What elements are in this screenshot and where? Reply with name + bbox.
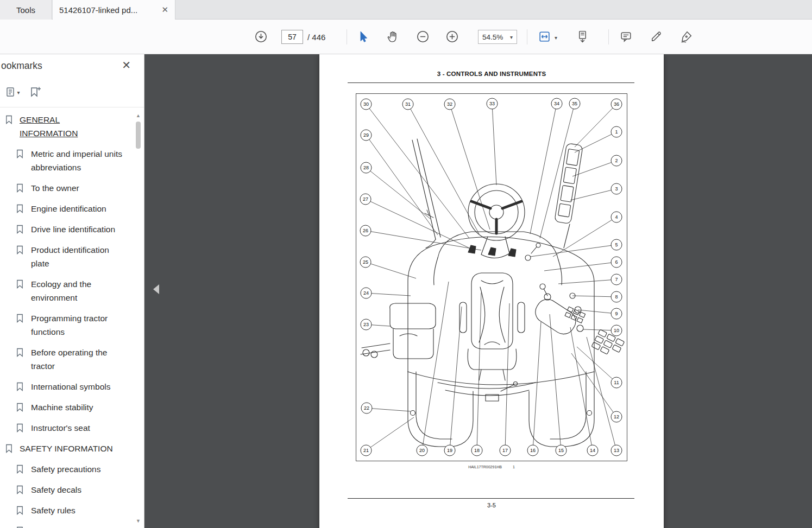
bookmark-label: To the owner — [31, 181, 79, 195]
close-icon[interactable]: ✕ — [122, 59, 131, 72]
scroll-down-button[interactable]: ▼ — [134, 518, 142, 524]
bookmark-item[interactable]: GENERAL INFORMATION — [0, 110, 133, 144]
callout-number: 16 — [530, 448, 536, 453]
bookmark-item[interactable]: To the owner — [0, 178, 133, 199]
scroll-up-button[interactable]: ▲ — [134, 113, 142, 118]
callout-number: 27 — [363, 196, 368, 202]
callout-number: 28 — [363, 165, 369, 170]
caret-down-icon: ▾ — [510, 34, 513, 40]
bookmark-item[interactable]: Programming tractor functions — [0, 308, 133, 342]
bookmark-icon — [16, 245, 24, 255]
caret-down-icon[interactable]: ▾ — [555, 35, 557, 41]
download-button[interactable] — [252, 28, 269, 46]
bookmark-item[interactable]: International symbols — [0, 377, 133, 397]
comment-button[interactable] — [617, 28, 634, 46]
callout-number: 24 — [363, 290, 369, 296]
callout-number: 12 — [614, 414, 619, 419]
bookmark-item[interactable]: Safety rules — [0, 500, 133, 521]
callout-number: 35 — [572, 101, 577, 106]
bookmarks-panel-title: ookmarks — [1, 60, 42, 72]
header-rule — [348, 82, 634, 83]
toolbar: / 446 54.5% ▾ ▾ — [0, 20, 812, 54]
bookmark-label: Safety decals — [31, 483, 81, 497]
tab-document-label: 51426107-linked pd... — [59, 5, 137, 15]
figure-caption-code: HAIL17TR00291HB — [468, 465, 502, 469]
bookmark-label: Engine identification — [31, 202, 106, 215]
bookmark-item[interactable]: Safety decals — [0, 480, 133, 500]
callout-number: 17 — [502, 448, 508, 453]
draw-button[interactable] — [647, 28, 665, 46]
bookmark-label: Safety rules — [31, 504, 75, 517]
zoom-level-select[interactable]: 54.5% ▾ — [478, 30, 517, 44]
bookmark-item[interactable]: SAFETY INFORMATION — [0, 438, 133, 459]
tab-tools[interactable]: Tools — [0, 0, 52, 20]
pdf-page: 3 - CONTROLS AND INSTRUMENTS — [319, 54, 664, 528]
bookmark-label: Drive line identification — [31, 222, 115, 236]
callout-leader-line — [408, 104, 479, 234]
zoom-out-icon — [416, 30, 430, 43]
toolbar-divider — [608, 29, 609, 44]
zoom-out-button[interactable] — [414, 28, 431, 46]
page-scroll-icon — [576, 30, 589, 43]
callout-leader-line — [533, 322, 541, 450]
figure-caption-number: 1 — [513, 465, 515, 469]
callout-number: 14 — [590, 448, 595, 453]
bookmark-label: Programming tractor functions — [31, 311, 129, 339]
bookmark-item[interactable]: Engine identification — [0, 199, 133, 219]
callout-leader-line — [558, 279, 616, 284]
callout-number: 2 — [615, 158, 618, 163]
callout-number: 8 — [615, 294, 618, 300]
bookmark-list: GENERAL INFORMATIONMetric and imperial u… — [0, 110, 133, 528]
bookmark-options-button[interactable]: ▾ — [3, 84, 22, 100]
bookmark-item[interactable]: Ecology and the environment — [0, 274, 133, 308]
add-bookmark-button[interactable] — [26, 84, 45, 100]
callout-leader-line — [577, 347, 616, 383]
callout-leader-line — [530, 104, 557, 234]
bookmark-item[interactable]: Before operating the tractor — [0, 342, 133, 377]
callout-leader-line — [366, 231, 481, 250]
select-tool-icon — [356, 30, 369, 43]
bookmark-label: Safety precautions — [31, 462, 100, 476]
tractor-cab-drawing — [361, 139, 625, 447]
bookmark-icon — [16, 314, 24, 323]
callout-leader-line — [540, 104, 575, 238]
fit-width-button[interactable] — [536, 28, 553, 46]
scrollbar-thumb[interactable] — [136, 122, 141, 149]
callout-number: 1 — [615, 129, 618, 135]
bookmark-item[interactable]: Fire or explosion prevention — [0, 521, 133, 528]
bookmark-item[interactable]: Machine stability — [0, 397, 133, 418]
sign-button[interactable] — [677, 28, 695, 46]
bookmarks-toolbar: ▾ — [0, 78, 144, 107]
bookmark-item[interactable]: Drive line identification — [0, 219, 133, 240]
select-tool-button[interactable] — [354, 28, 372, 46]
add-bookmark-icon — [29, 86, 42, 99]
bookmark-item[interactable]: Metric and imperial units abbreviations — [0, 144, 133, 178]
bookmark-icon — [5, 444, 13, 453]
callout-number: 4 — [615, 214, 618, 220]
bookmark-label: Fire or explosion prevention — [31, 524, 129, 528]
bookmark-item[interactable]: Product identification plate — [0, 240, 133, 274]
page-number-footer: 3-5 — [319, 502, 664, 508]
page-number-input[interactable] — [281, 30, 303, 44]
close-icon[interactable]: ✕ — [161, 5, 168, 15]
callout-number: 20 — [419, 448, 425, 453]
bookmark-item[interactable]: Safety precautions — [0, 459, 133, 480]
collapse-panel-icon[interactable] — [148, 284, 159, 294]
document-view[interactable]: 3 - CONTROLS AND INSTRUMENTS — [145, 54, 812, 528]
figure-callouts: 1234567891011121314151617181920212223242… — [360, 98, 622, 456]
page-scroll-button[interactable] — [574, 28, 591, 46]
bookmark-label: International symbols — [31, 380, 110, 393]
sign-icon — [679, 30, 693, 43]
bookmark-icon — [16, 465, 24, 474]
cab-controls-figure: 1234567891011121314151617181920212223242… — [356, 94, 628, 462]
callout-leader-line — [530, 245, 616, 257]
tab-document[interactable]: 51426107-linked pd... ✕ — [53, 0, 175, 20]
page-chapter-header: 3 - CONTROLS AND INSTRUMENTS — [319, 71, 664, 77]
zoom-in-button[interactable] — [443, 28, 461, 46]
hand-tool-button[interactable] — [384, 28, 401, 46]
bookmark-icon — [16, 279, 24, 289]
callout-number: 33 — [489, 101, 495, 106]
bookmark-item[interactable]: Instructor's seat — [0, 418, 133, 438]
callout-number: 10 — [614, 328, 619, 333]
figure-frame: 1234567891011121314151617181920212223242… — [356, 93, 627, 461]
